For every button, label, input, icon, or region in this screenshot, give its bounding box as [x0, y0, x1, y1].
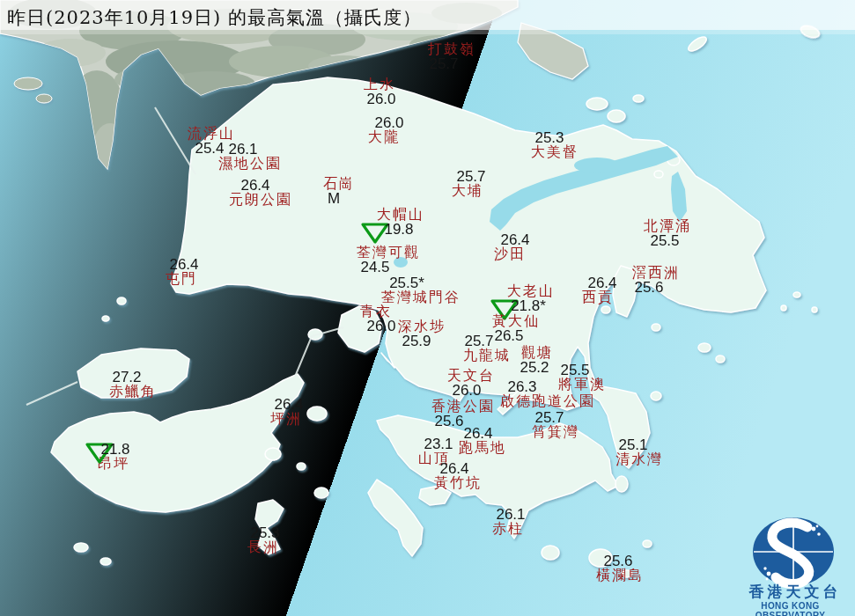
station-label: 滘西洲25.6 — [632, 266, 680, 295]
station-name: 啟德跑道公園 — [500, 394, 595, 408]
station-value-text: 25.7 — [464, 333, 493, 349]
station-label: 北潭涌25.5 — [644, 219, 691, 248]
station-label: 26.4沙田 — [494, 232, 526, 261]
station-name: 赤柱 — [492, 522, 524, 536]
station-value: 25.2 — [519, 360, 550, 375]
station-value: 25.9 — [393, 334, 440, 348]
station-name: 筲箕灣 — [532, 425, 579, 439]
station-name: 長洲 — [247, 540, 279, 554]
station-label: 26.4屯門 — [166, 257, 197, 286]
station-name: 打鼓嶺 — [428, 42, 475, 56]
station-label: 打鼓嶺25.7 — [428, 42, 475, 71]
sha-chau-island — [102, 316, 109, 321]
station-name: 香港公園 — [431, 400, 495, 414]
station-label: 25.1清水灣 — [615, 437, 663, 466]
station-name: 石崗 — [323, 177, 355, 191]
crooked-island — [586, 98, 608, 110]
station-value: 26.0 — [365, 92, 397, 106]
station-value: 25.5* — [367, 275, 446, 290]
ninepin-islet — [812, 307, 817, 312]
station-label: 25.5*荃灣城門谷 — [381, 275, 461, 304]
station-name: 橫瀾島 — [596, 568, 644, 583]
port-shelter-islet — [652, 324, 660, 331]
station-value-text: 23.1 — [424, 436, 453, 452]
grass-island — [654, 171, 663, 178]
station-value: 26.4 — [454, 426, 502, 441]
station-label: 26.4黃竹坑 — [434, 461, 482, 490]
station-value: 25.7 — [420, 56, 468, 71]
station-name: 大帽山 — [377, 208, 424, 222]
title-band-fade — [0, 30, 855, 34]
plover-cove-reservoir — [574, 158, 620, 173]
hko-logo-name-en: HONG KONG OBSERVATORY — [726, 601, 855, 616]
station-value: 19.8 — [375, 222, 423, 237]
station-value: 26.3 — [475, 379, 570, 394]
station-value: 26.4 — [586, 275, 618, 290]
ninepin-islet — [781, 305, 786, 311]
station-value: 25.7 — [455, 334, 503, 348]
beaufort-island — [542, 546, 559, 560]
station-value-text: 27.2 — [112, 369, 141, 385]
station-value: 21.8* — [505, 298, 552, 313]
station-name: 濕地公園 — [218, 157, 282, 171]
station-value-text: 26.0 — [374, 114, 403, 131]
station-value-text: 21.8 — [100, 441, 129, 458]
station-label: 25.3大美督 — [531, 130, 579, 159]
station-label: 石崗M — [323, 177, 355, 206]
station-label: 青衣26.0 — [360, 304, 392, 334]
station-label: 26.3啟德跑道公園 — [500, 379, 595, 408]
shek-kwu-chau-island — [314, 488, 328, 498]
station-value-text: 25.7 — [456, 168, 485, 185]
ninepin-islet — [793, 292, 800, 297]
station-label: 大帽山19.8 — [377, 208, 424, 237]
station-value-text: 26.0 — [366, 318, 395, 334]
ap-chau-island — [633, 95, 644, 102]
station-value: 25.5 — [641, 233, 689, 248]
station-value: 26.4 — [168, 257, 200, 272]
station-value: 21.8 — [100, 442, 131, 457]
soko-islet — [74, 543, 88, 552]
station-value: 25.1 — [609, 437, 657, 452]
station-value-text: 25.3 — [250, 524, 279, 541]
station-value: 25.5 — [551, 363, 599, 378]
station-name: 屯門 — [166, 272, 197, 286]
station-label: 深水埗25.9 — [398, 319, 446, 348]
station-value: 26.1 — [495, 507, 527, 522]
station-label: 27.2赤鱲角 — [109, 370, 157, 399]
hei-ling-chau-island — [265, 448, 281, 460]
station-value-text: 25.5* — [389, 275, 424, 291]
station-name: 沙田 — [494, 247, 526, 261]
station-value-text: 25.5 — [560, 362, 589, 378]
station-value-text: 24.5 — [360, 259, 389, 275]
weather-map-screen: 昨日(2023年10月19日) 的最高氣溫（攝氏度） 打鼓嶺25.7上水26.0… — [0, 0, 855, 616]
peng-chau-island — [307, 407, 327, 421]
lung-kwu-chau-island — [117, 297, 126, 304]
station-value: 24.5 — [343, 260, 407, 275]
station-label: 26.0大隴 — [368, 115, 400, 144]
hong-kong-map — [0, 0, 855, 616]
station-label: 大老山21.8* — [507, 284, 555, 313]
station-value: 26.4 — [273, 397, 305, 412]
station-value: 26.4 — [499, 232, 531, 247]
station-name: 清水灣 — [615, 452, 663, 466]
station-label: 25.7大埔 — [452, 169, 483, 198]
deep-bay-islet — [14, 77, 42, 90]
station-value: 26.0 — [365, 319, 397, 334]
station-name: 西貢 — [582, 290, 614, 304]
station-label: 25.3長洲 — [247, 525, 279, 554]
map-title: 昨日(2023年10月19日) 的最高氣溫（攝氏度） — [7, 5, 422, 30]
station-name: 大埔 — [452, 184, 483, 198]
station-value: 25.6 — [625, 280, 673, 295]
station-label: 25.6橫瀾島 — [596, 554, 644, 583]
station-value-text: 26.1 — [228, 141, 257, 158]
town-island — [716, 356, 725, 363]
tung-lung-chau-island — [615, 476, 628, 492]
hko-logo-name-zh: 香港天文台 — [738, 582, 852, 602]
station-value-text: 26.1 — [496, 506, 525, 523]
waglan-island — [643, 540, 652, 547]
station-name: 元朗公園 — [229, 193, 292, 207]
port-shelter-islet — [651, 392, 661, 400]
station-value-text: 26.4 — [587, 275, 616, 291]
station-value-text: 26.4 — [463, 425, 492, 442]
kat-o-island — [608, 110, 625, 122]
